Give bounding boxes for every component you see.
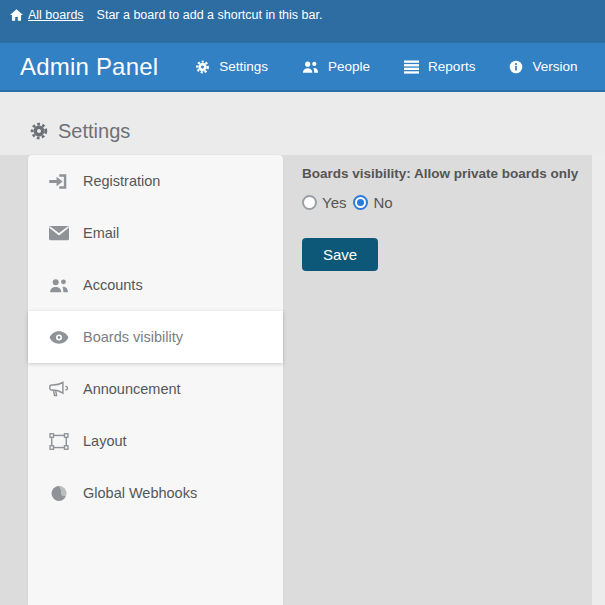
- info-icon: [509, 60, 523, 74]
- radio-group: Yes No: [302, 194, 588, 211]
- radio-yes[interactable]: Yes: [302, 194, 346, 211]
- layout-icon: [49, 433, 69, 450]
- all-boards-link[interactable]: All boards: [10, 8, 84, 22]
- bullhorn-icon: [49, 381, 69, 398]
- sidebar-item-registration[interactable]: Registration: [28, 155, 283, 207]
- sidebar-item-label: Announcement: [83, 381, 181, 397]
- page-title: Settings: [30, 119, 605, 143]
- boards-visibility-form: Boards visibility: Allow private boards …: [302, 166, 588, 271]
- sidebar-item-label: Layout: [83, 433, 127, 449]
- sidebar-item-global-webhooks[interactable]: Global Webhooks: [28, 467, 283, 519]
- gear-icon: [195, 60, 210, 74]
- sidebar-item-label: Global Webhooks: [83, 485, 197, 501]
- radio-label: Yes: [322, 194, 346, 211]
- nav-item-reports[interactable]: Reports: [404, 59, 475, 74]
- sign-in-icon: [49, 173, 69, 190]
- sidebar-item-label: Boards visibility: [83, 329, 183, 345]
- sidebar-item-label: Email: [83, 225, 119, 241]
- globe-icon: [49, 485, 69, 502]
- setting-question: Boards visibility: Allow private boards …: [302, 166, 588, 181]
- nav-label: Version: [532, 59, 577, 74]
- shortcut-bar: All boards Star a board to add a shortcu…: [0, 0, 605, 43]
- sidebar-item-label: Accounts: [83, 277, 143, 293]
- radio-circle-icon: [302, 195, 317, 210]
- settings-sidebar: Registration Email Accounts Boards visib…: [28, 155, 283, 605]
- sidebar-item-announcement[interactable]: Announcement: [28, 363, 283, 415]
- envelope-icon: [49, 225, 69, 242]
- radio-no[interactable]: No: [353, 194, 392, 211]
- gear-icon: [30, 122, 48, 140]
- nav-label: Reports: [428, 59, 475, 74]
- nav-item-people[interactable]: People: [302, 59, 370, 74]
- sidebar-item-email[interactable]: Email: [28, 207, 283, 259]
- save-button[interactable]: Save: [302, 238, 378, 271]
- sidebar-item-boards-visibility[interactable]: Boards visibility: [28, 311, 283, 363]
- sidebar-item-label: Registration: [83, 173, 160, 189]
- list-icon: [404, 60, 419, 74]
- all-boards-label: All boards: [28, 8, 84, 22]
- app-title: Admin Panel: [20, 53, 158, 81]
- users-icon: [49, 277, 69, 294]
- people-icon: [302, 60, 319, 74]
- settings-panel: Registration Email Accounts Boards visib…: [0, 155, 605, 605]
- page-title-label: Settings: [58, 120, 130, 143]
- sidebar-item-accounts[interactable]: Accounts: [28, 259, 283, 311]
- app-header: Admin Panel Settings People Reports: [0, 43, 605, 92]
- header-nav: Settings People Reports Version: [195, 59, 577, 74]
- sidebar-item-layout[interactable]: Layout: [28, 415, 283, 467]
- eye-icon: [49, 329, 69, 346]
- shortcut-hint-text: Star a board to add a shortcut in this b…: [97, 8, 323, 22]
- radio-label: No: [373, 194, 392, 211]
- nav-item-settings[interactable]: Settings: [195, 59, 268, 74]
- admin-panel-page: All boards Star a board to add a shortcu…: [0, 0, 605, 605]
- nav-label: Settings: [219, 59, 268, 74]
- home-icon: [10, 9, 23, 21]
- right-panel-edge: [592, 155, 605, 605]
- radio-circle-icon: [353, 195, 368, 210]
- nav-item-version[interactable]: Version: [509, 59, 577, 74]
- nav-label: People: [328, 59, 370, 74]
